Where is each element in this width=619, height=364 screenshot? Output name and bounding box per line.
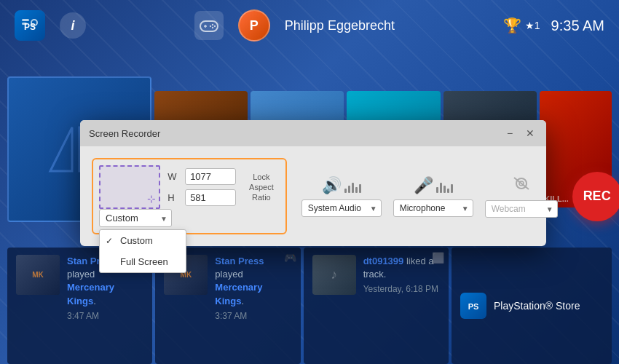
store-card[interactable]: PS PlayStation® Store [452, 248, 612, 364]
audio-section: 🔊 System Audio ▼ [301, 175, 558, 218]
avatar: P [238, 9, 270, 41]
activity-time-3: Yesterday, 6:18 PM [363, 284, 440, 294]
activity-game-2: Mercenary Kings [215, 282, 262, 306]
controller-badge-2: 🎮 [284, 252, 296, 264]
dialog-body: ⊹ W H Lock AspectRatio [80, 146, 546, 246]
microphone-icon: 🎤 [414, 176, 433, 195]
mic-bar-2 [440, 183, 442, 193]
mic-bar-3 [443, 186, 446, 193]
mic-select[interactable]: Microphone [393, 199, 473, 217]
activity-thumb-3: ♪ [312, 255, 356, 295]
capture-dimensions: W H [167, 168, 236, 206]
store-label: PlayStation® Store [494, 300, 580, 312]
mic-bar-5 [451, 184, 453, 193]
system-audio-bars [344, 178, 361, 193]
activity-text-2: Stan Press played Mercenary Kings. [215, 255, 291, 308]
system-audio-select[interactable]: System Audio [301, 199, 382, 217]
screen-recorder-dialog: Screen Recorder − ✕ ⊹ W H [80, 120, 546, 246]
mic-select-wrap: Microphone ▼ [393, 199, 473, 217]
svg-point-7 [212, 24, 213, 25]
svg-rect-1 [22, 19, 29, 21]
topbar-left: PS i [15, 10, 86, 41]
topbar-right: 🏆 ★1 9:35 AM [503, 17, 604, 34]
audio-item-mic: 🎤 Microphone ▼ [393, 176, 473, 217]
dialog-titlebar: Screen Recorder − ✕ [80, 120, 546, 146]
trophy-icon: 🏆 [503, 17, 521, 34]
lock-aspect-ratio-label: Lock AspectRatio [243, 172, 280, 203]
minimize-button[interactable]: − [502, 126, 517, 141]
dropdown-item-fullscreen[interactable]: Full Screen [100, 251, 186, 272]
bar-4 [355, 187, 358, 193]
svg-point-10 [210, 25, 211, 27]
activity-card-3: ♪ dt091399 liked a track. Yesterday, 6:1… [304, 248, 449, 364]
capture-preview-row: ⊹ W H Lock AspectRatio [99, 165, 280, 209]
webcam-select-wrap: Webcam ▼ [485, 200, 558, 218]
bar-5 [359, 184, 361, 193]
svg-point-9 [212, 27, 213, 28]
height-label: H [167, 192, 181, 203]
dialog-controls: − ✕ [502, 126, 537, 141]
activity-content-2: Stan Press played Mercenary Kings. 3:37 … [215, 255, 291, 321]
time-display: 9:35 AM [551, 17, 604, 34]
audio-item-webcam: Webcam ▼ [485, 175, 558, 218]
activity-thumb-1: MK [16, 255, 60, 295]
controller-icon [194, 11, 224, 40]
user-name: Philipp Eggebrecht [285, 18, 395, 33]
dropdown-item-custom[interactable]: Custom [100, 230, 186, 251]
capture-preview: ⊹ [99, 165, 160, 209]
capture-settings: ⊹ W H Lock AspectRatio [92, 158, 287, 234]
mic-bar-1 [436, 187, 438, 193]
ps-store-icon: PS [460, 293, 486, 319]
trophy-section: 🏆 ★1 [503, 17, 540, 34]
activity-time-2: 3:37 AM [215, 311, 291, 321]
mic-bar-4 [447, 189, 449, 193]
activity-user-3: dt091399 [363, 256, 404, 266]
preset-select[interactable]: Custom Full Screen [99, 209, 172, 227]
activity-user-2: Stan Press [215, 256, 264, 266]
webcam-icon [512, 175, 531, 196]
preset-row: Custom Full Screen ▼ Custom Full Screen [99, 209, 280, 227]
speaker-icon: 🔊 [322, 176, 342, 195]
close-button[interactable]: ✕ [523, 126, 537, 141]
svg-rect-2 [22, 23, 27, 25]
mic-icon-row: 🎤 [414, 176, 453, 195]
topbar: PS i P Philipp Eggebrecht 🏆 ★1 [0, 0, 619, 51]
controller-badge-3: ⬜ [432, 252, 444, 264]
width-row: W [167, 168, 236, 185]
mic-audio-bars [436, 178, 453, 193]
activity-text-3: dt091399 liked a track. [363, 255, 440, 281]
height-row: H [167, 189, 236, 206]
ps-icon: PS [15, 10, 45, 41]
svg-point-8 [214, 25, 216, 27]
bar-1 [344, 189, 347, 193]
webcam-icon-row [512, 175, 531, 196]
system-audio-select-wrap: System Audio ▼ [301, 199, 382, 217]
width-label: W [167, 171, 181, 182]
bar-3 [352, 183, 354, 193]
preset-select-wrap: Custom Full Screen ▼ Custom Full Screen [99, 209, 172, 227]
bar-2 [348, 186, 350, 193]
preset-dropdown-menu: Custom Full Screen [99, 229, 186, 273]
activity-area: MK Stan Press played Mercenary Kings. 3:… [0, 248, 619, 364]
info-icon: i [60, 12, 86, 39]
height-input[interactable] [185, 189, 236, 206]
audio-item-system: 🔊 System Audio ▼ [301, 176, 382, 217]
activity-time-1: 3:47 AM [67, 311, 143, 321]
trophy-count: ★1 [525, 20, 540, 31]
activity-game-1: Mercenary Kings [67, 282, 114, 306]
activity-content-3: dt091399 liked a track. Yesterday, 6:18 … [363, 255, 440, 294]
svg-text:PS: PS [468, 302, 479, 311]
svg-marker-11 [50, 127, 72, 171]
dialog-title: Screen Recorder [89, 128, 160, 139]
rec-button[interactable]: REC [572, 172, 619, 221]
topbar-center: P Philipp Eggebrecht [86, 9, 503, 41]
system-audio-icon-row: 🔊 [322, 176, 361, 195]
webcam-select[interactable]: Webcam [485, 200, 558, 218]
crosshair-icon: ⊹ [147, 193, 156, 205]
width-input[interactable] [185, 168, 236, 185]
